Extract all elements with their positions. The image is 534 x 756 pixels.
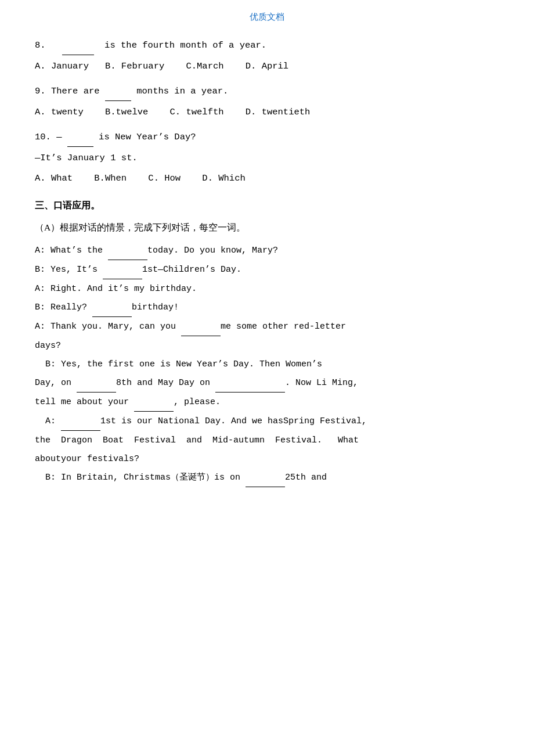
section3-subA: （A）根据对话的情景，完成下列对话，每空一词。	[35, 219, 499, 236]
dialog-line-8: B: In Britain, Christmas（圣诞节）is on 25th …	[35, 469, 499, 487]
dialog-line-3: A: Right. And it’s my birthday.	[35, 280, 499, 298]
question-10: 10. — is New Year’s Day? —It’s January 1…	[35, 128, 499, 188]
dialog-line-6c: tell me about your , please.	[35, 394, 499, 412]
dialog-line-6b: Day, on 8th and May Day on . Now Li Ming…	[35, 375, 499, 393]
dialog-line-2: B: Yes, It’s 1st­—Children’s Day.	[35, 261, 499, 279]
q10-options: A. What B.When C. How D. Which	[35, 170, 499, 188]
dialog-line-7b: the Dragon Boat Festival and Mid-autumn …	[35, 432, 499, 449]
dialog-line-7: A: 1st is our National Day. And we hasSp…	[35, 413, 499, 431]
q8-options: A. January B. February C.March D. April	[35, 57, 499, 75]
question-8: 8. is the fourth month of a year. A. Jan…	[35, 37, 499, 75]
dialog-line-6: B: Yes, the first one is New Year’s Day.…	[35, 356, 499, 373]
page-header: 优质文档	[35, 12, 499, 23]
dialog-line-7c: aboutyour festivals?	[35, 451, 499, 468]
question-9: 9. There are months in a year. A. twenty…	[35, 82, 499, 121]
header-title: 优质文档	[250, 12, 284, 21]
q10-sub: —It’s January 1 st.	[35, 149, 499, 167]
q10-text: 10. — is New Year’s Day?	[35, 128, 499, 147]
q9-text: 9. There are months in a year.	[35, 82, 499, 101]
dialog-line-1: A: What’s the today. Do you know, Mary?	[35, 242, 499, 260]
dialog-line-5b: days?	[35, 337, 499, 355]
dialog-line-4: B: Really? birthday!	[35, 299, 499, 317]
q8-text: 8. is the fourth month of a year.	[35, 37, 499, 55]
q9-options: A. twenty B.twelve C. twelfth D. twentie…	[35, 103, 499, 121]
dialog-line-5: A: Thank you. Mary, can you me some othe…	[35, 318, 499, 336]
section3-heading: 三、口语应用。	[35, 197, 499, 214]
main-content: 8. is the fourth month of a year. A. Jan…	[35, 37, 499, 487]
